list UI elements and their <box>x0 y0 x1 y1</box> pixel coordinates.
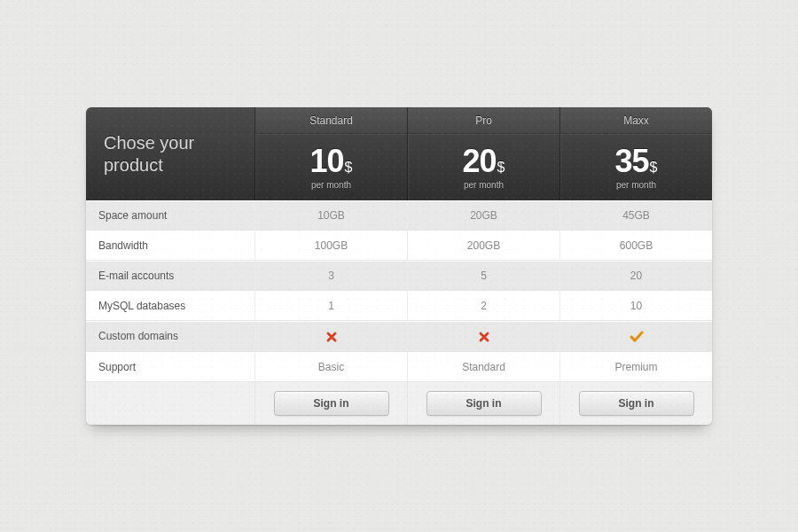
billing-period: per month <box>311 180 351 200</box>
billing-period: per month <box>464 180 504 200</box>
feature-cell: 600GB <box>559 231 712 261</box>
feature-cell: 5 <box>407 261 559 291</box>
feature-cell: 45GB <box>559 200 712 231</box>
plan-name: Standard <box>255 107 407 134</box>
feature-cell: 3 <box>254 261 407 291</box>
feature-label: Custom domains <box>86 321 254 352</box>
feature-cell: Premium <box>559 352 712 382</box>
feature-cell <box>254 321 407 352</box>
signin-button-standard[interactable]: Sign in <box>274 391 389 416</box>
currency-symbol: $ <box>345 160 353 176</box>
page-title: Chose your product <box>86 107 254 200</box>
feature-cell: 20 <box>559 261 712 291</box>
signin-button-maxx[interactable]: Sign in <box>579 391 694 416</box>
cross-icon <box>478 331 490 343</box>
plan-header-pro: Pro 20 $ per month <box>407 107 559 200</box>
pricing-table: Chose your product Standard 10 $ per mon… <box>86 107 712 425</box>
check-icon <box>630 331 644 343</box>
plan-header-maxx: Maxx 35 $ per month <box>559 107 712 200</box>
title-text: Chose your product <box>104 132 237 176</box>
feature-cell: Basic <box>254 352 407 382</box>
footer-cell: Sign in <box>559 382 712 425</box>
feature-cell <box>407 321 559 352</box>
plan-price: 35 $ <box>615 134 658 182</box>
plan-name: Pro <box>408 107 559 134</box>
price-value: 35 <box>615 143 649 180</box>
plan-name: Maxx <box>560 107 712 134</box>
feature-label: E-mail accounts <box>86 261 254 291</box>
cross-icon <box>325 331 338 343</box>
feature-label: Support <box>86 352 254 382</box>
feature-grid: Space amount10GB20GB45GBBandwidth100GB20… <box>86 200 712 382</box>
feature-label: MySQL databases <box>86 291 254 321</box>
feature-cell: 200GB <box>407 231 559 261</box>
feature-cell: Standard <box>407 352 559 382</box>
currency-symbol: $ <box>497 160 505 176</box>
currency-symbol: $ <box>650 160 658 176</box>
signin-button-pro[interactable]: Sign in <box>426 391 542 416</box>
pricing-footer: Sign in Sign in Sign in <box>86 382 712 425</box>
plan-header-standard: Standard 10 $ per month <box>254 107 407 200</box>
feature-cell: 1 <box>254 291 407 321</box>
feature-cell: 10GB <box>254 200 407 231</box>
feature-cell: 10 <box>559 291 712 321</box>
feature-label: Space amount <box>86 200 254 231</box>
footer-cell: Sign in <box>254 382 407 425</box>
feature-cell: 2 <box>407 291 559 321</box>
price-value: 10 <box>310 143 344 180</box>
plan-price: 10 $ <box>310 134 353 182</box>
pricing-header: Chose your product Standard 10 $ per mon… <box>86 107 712 200</box>
footer-spacer <box>86 382 254 425</box>
feature-cell: 20GB <box>407 200 559 231</box>
feature-cell <box>559 321 712 352</box>
plan-price: 20 $ <box>463 134 505 182</box>
feature-cell: 100GB <box>254 231 407 261</box>
feature-label: Bandwidth <box>86 231 254 261</box>
billing-period: per month <box>616 180 656 200</box>
footer-cell: Sign in <box>407 382 559 425</box>
price-value: 20 <box>463 143 497 180</box>
